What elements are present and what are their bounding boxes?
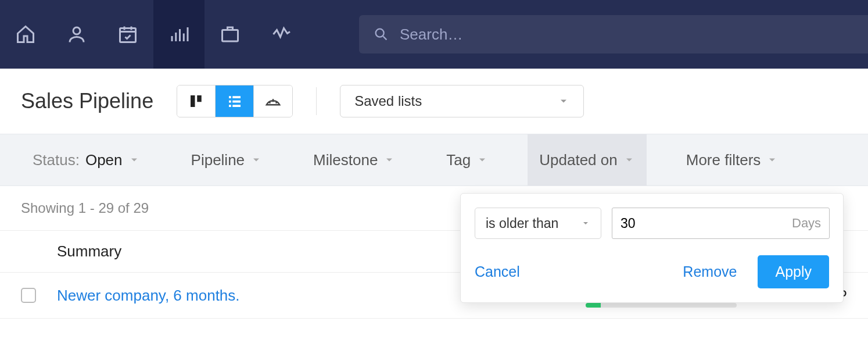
svg-rect-7 bbox=[232, 96, 241, 98]
search-input[interactable] bbox=[400, 26, 854, 44]
operator-select[interactable]: is older than bbox=[475, 208, 601, 239]
top-navbar bbox=[0, 0, 868, 69]
search-bar[interactable] bbox=[359, 15, 868, 53]
apply-button[interactable]: Apply bbox=[758, 255, 829, 288]
filter-status-value: Open bbox=[85, 151, 123, 169]
filter-updated-on[interactable]: Updated on bbox=[528, 134, 646, 185]
calendar-check-icon bbox=[117, 24, 138, 45]
view-toggle bbox=[177, 85, 293, 117]
nav-calendar[interactable] bbox=[102, 0, 153, 69]
days-input[interactable] bbox=[620, 216, 792, 231]
cancel-button[interactable]: Cancel bbox=[475, 263, 520, 280]
board-icon bbox=[188, 92, 205, 110]
svg-rect-2 bbox=[223, 30, 238, 42]
chevron-down-icon bbox=[766, 154, 778, 166]
svg-rect-1 bbox=[120, 28, 136, 42]
header-bar: Sales Pipeline Saved lists bbox=[0, 69, 868, 134]
chevron-down-icon bbox=[476, 154, 488, 166]
svg-rect-6 bbox=[229, 96, 231, 98]
column-summary: Summary bbox=[57, 242, 121, 260]
chevron-down-icon bbox=[623, 154, 635, 166]
view-list-button[interactable] bbox=[216, 85, 254, 117]
filter-pipeline-label: Pipeline bbox=[191, 151, 245, 169]
days-input-wrap[interactable]: Days bbox=[612, 208, 830, 239]
nav-people[interactable] bbox=[51, 0, 102, 69]
filter-tag[interactable]: Tag bbox=[435, 134, 500, 185]
saved-lists-dropdown[interactable]: Saved lists bbox=[340, 85, 584, 117]
person-icon bbox=[66, 24, 87, 45]
filter-status[interactable]: Status: Open bbox=[21, 134, 152, 185]
nav-activity[interactable] bbox=[256, 0, 307, 69]
operator-value: is older than bbox=[486, 216, 558, 231]
filter-pipeline[interactable]: Pipeline bbox=[180, 134, 274, 185]
svg-point-3 bbox=[376, 29, 384, 37]
filter-status-label: Status: bbox=[33, 151, 80, 169]
svg-rect-5 bbox=[197, 95, 202, 102]
saved-lists-label: Saved lists bbox=[354, 93, 422, 109]
filter-tag-label: Tag bbox=[446, 151, 471, 169]
nav-cases[interactable] bbox=[205, 0, 256, 69]
view-board-button[interactable] bbox=[177, 85, 216, 117]
chevron-down-icon bbox=[383, 154, 395, 166]
nav-home[interactable] bbox=[0, 0, 51, 69]
filter-more-label: More filters bbox=[686, 151, 761, 169]
gauge-icon bbox=[264, 92, 282, 110]
caret-down-icon bbox=[581, 219, 590, 228]
filter-more[interactable]: More filters bbox=[675, 134, 790, 185]
home-icon bbox=[15, 24, 36, 45]
search-icon bbox=[373, 26, 389, 42]
nav-icons bbox=[0, 0, 307, 69]
view-dashboard-button[interactable] bbox=[254, 85, 292, 117]
progress-bar bbox=[586, 303, 737, 308]
svg-rect-11 bbox=[232, 105, 241, 107]
svg-rect-8 bbox=[229, 101, 231, 103]
caret-down-icon bbox=[558, 95, 569, 107]
filter-milestone-label: Milestone bbox=[313, 151, 378, 169]
filters-bar: Status: Open Pipeline Milestone Tag Upda… bbox=[0, 134, 868, 186]
svg-rect-10 bbox=[229, 105, 231, 107]
progress-fill bbox=[586, 303, 601, 308]
page-title: Sales Pipeline bbox=[21, 89, 153, 113]
popover-actions: Cancel Remove Apply bbox=[475, 255, 829, 288]
bars-icon bbox=[168, 24, 189, 45]
row-checkbox[interactable] bbox=[21, 288, 36, 303]
filter-milestone[interactable]: Milestone bbox=[302, 134, 407, 185]
chevron-down-icon bbox=[128, 154, 140, 166]
svg-rect-4 bbox=[191, 95, 195, 107]
activity-icon bbox=[271, 24, 292, 45]
divider bbox=[316, 87, 317, 115]
popover-inputs: is older than Days bbox=[475, 208, 829, 239]
list-icon bbox=[226, 92, 243, 110]
days-unit: Days bbox=[792, 216, 821, 231]
svg-point-0 bbox=[73, 27, 80, 34]
remove-button[interactable]: Remove bbox=[683, 263, 737, 280]
svg-rect-9 bbox=[232, 101, 241, 103]
briefcase-icon bbox=[220, 24, 241, 45]
chevron-down-icon bbox=[250, 154, 262, 166]
nav-reports[interactable] bbox=[153, 0, 205, 69]
filter-updated-on-label: Updated on bbox=[539, 151, 617, 169]
updated-on-popover: is older than Days Cancel Remove Apply bbox=[460, 193, 844, 303]
popover-right-actions: Remove Apply bbox=[683, 255, 829, 288]
